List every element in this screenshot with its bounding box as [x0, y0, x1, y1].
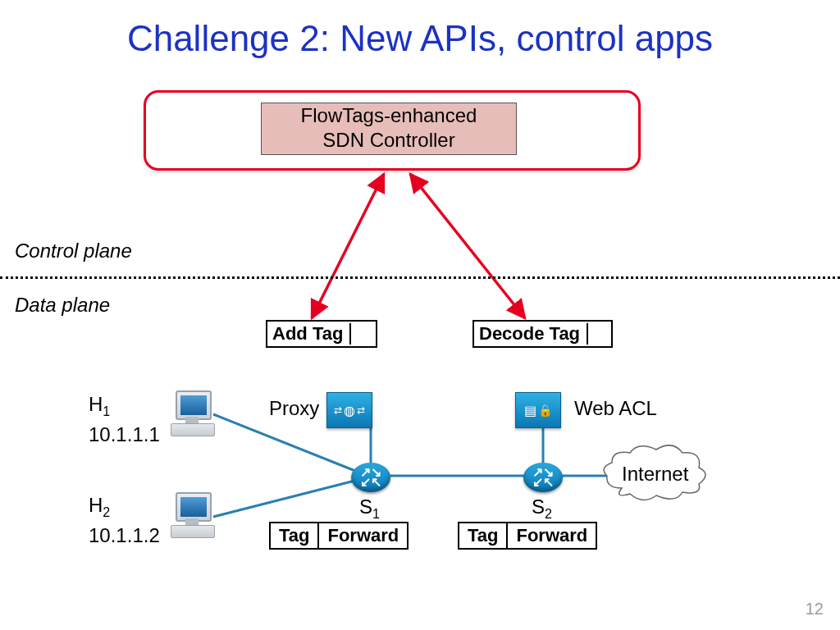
controller-line1: FlowTags-enhanced [301, 104, 477, 126]
control-plane-label: Control plane [15, 240, 132, 262]
controller-line2: SDN Controller [322, 129, 454, 151]
slide-title: Challenge 2: New APIs, control apps [0, 18, 840, 59]
host2-label: H2 10.1.1.2 [89, 494, 160, 547]
controller-box: FlowTags-enhanced SDN Controller [261, 103, 517, 155]
s2-table: Tag Forward [458, 522, 597, 550]
webacl-label: Web ACL [574, 397, 657, 420]
host1-label: H1 10.1.1.1 [89, 393, 160, 446]
plane-divider [0, 276, 840, 279]
webacl-icon: ▤🔒 [515, 392, 561, 428]
decode-tag-label: Decode Tag [479, 323, 580, 345]
add-tag-stub [349, 323, 368, 345]
s1-table-tag: Tag [271, 523, 319, 548]
router-s1-icon: ↗↘↙↖ [351, 458, 390, 497]
router-s2-icon: ↗↘↙↖ [523, 458, 563, 497]
host1-icon [171, 390, 220, 436]
host2-icon [171, 492, 220, 538]
add-tag-box: Add Tag [266, 320, 377, 348]
s1-table: Tag Forward [269, 522, 409, 550]
internet-cloud: Internet [597, 443, 704, 500]
s2-table-tag: Tag [459, 523, 508, 548]
page-number: 12 [806, 600, 824, 619]
proxy-label: Proxy [269, 397, 319, 420]
s1-table-fwd: Forward [319, 523, 407, 548]
decode-tag-stub [587, 323, 605, 345]
add-tag-label: Add Tag [272, 323, 343, 345]
decode-tag-box: Decode Tag [472, 320, 613, 348]
switch-s1-label: S1 [359, 495, 380, 522]
svg-line-3 [213, 477, 368, 517]
svg-line-1 [410, 174, 525, 318]
proxy-icon: ⇄◍⇄ [326, 392, 372, 428]
s2-table-fwd: Forward [508, 523, 596, 548]
data-plane-label: Data plane [15, 294, 110, 317]
switch-s2-label: S2 [532, 495, 552, 522]
svg-line-0 [312, 174, 384, 318]
internet-label: Internet [622, 463, 688, 486]
